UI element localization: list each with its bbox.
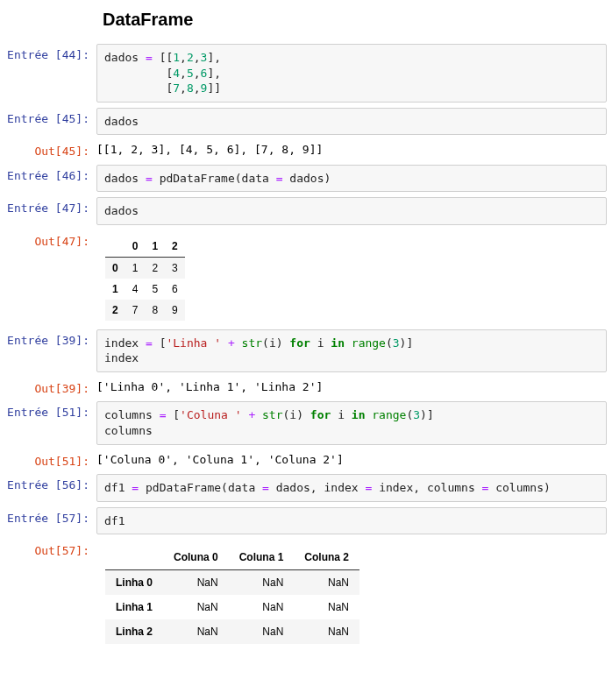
code-text: dados — [104, 114, 599, 130]
table-row: 1 4 5 6 — [105, 279, 185, 300]
cell-out-51: Out[51]: ['Coluna 0', 'Coluna 1', 'Colun… — [0, 450, 612, 470]
code-text: dados = pdDataFrame(data = dados) — [104, 171, 599, 187]
table-row: 0 1 2 3 — [105, 257, 185, 279]
col-header: 1 — [145, 236, 165, 258]
cell-in-56: Entrée [56]: df1 = pdDataFrame(data = da… — [0, 474, 612, 502]
code-text: dados = [[1,2,3], [4,5,6], [7,8,9]] — [104, 50, 599, 96]
table-row: 2 7 8 9 — [105, 300, 185, 321]
prompt-in: Entrée [47]: — [0, 197, 96, 215]
col-header: Coluna 2 — [294, 545, 359, 570]
dataframe-table-big: Coluna 0 Coluna 1 Coluna 2 Linha 0 NaN N… — [105, 545, 359, 644]
prompt-out: Out[39]: — [0, 378, 96, 395]
cell-out-39: Out[39]: ['Linha 0', 'Linha 1', 'Linha 2… — [0, 378, 612, 397]
output-text: ['Linha 0', 'Linha 1', 'Linha 2'] — [96, 378, 607, 397]
prompt-in: Entrée [46]: — [0, 165, 96, 182]
cell-out-47: Out[47]: 0 1 2 0 1 2 3 — [0, 230, 612, 324]
notebook: DataFrame Entrée [44]: dados = [[1,2,3],… — [0, 10, 612, 647]
prompt-in: Entrée [51]: — [0, 401, 96, 419]
prompt-in: Entrée [57]: — [0, 507, 96, 525]
prompt-out: Out[45]: — [0, 140, 96, 158]
cell-in-46: Entrée [46]: dados = pdDataFrame(data = … — [0, 165, 612, 193]
cell-in-39: Entrée [39]: index = ['Linha ' + str(i) … — [0, 329, 612, 372]
code-input[interactable]: dados = pdDataFrame(data = dados) — [96, 165, 607, 193]
row-header: 2 — [105, 300, 125, 321]
table-row: Linha 0 NaN NaN NaN — [105, 570, 359, 596]
code-input[interactable]: columns = ['Coluna ' + str(i) for i in r… — [96, 401, 607, 444]
cell-in-47: Entrée [47]: dados — [0, 197, 612, 225]
row-header: 0 — [105, 257, 125, 279]
prompt-in: Entrée [44]: — [0, 44, 96, 61]
col-header: Coluna 0 — [163, 545, 229, 570]
code-input[interactable]: index = ['Linha ' + str(i) for i in rang… — [96, 329, 607, 372]
prompt-out: Out[51]: — [0, 450, 96, 468]
code-text: columns = ['Coluna ' + str(i) for i in r… — [104, 407, 599, 438]
cell-out-57: Out[57]: Coluna 0 Coluna 1 Coluna 2 Linh… — [0, 540, 612, 647]
row-header: Linha 1 — [105, 595, 163, 619]
prompt-in: Entrée [45]: — [0, 108, 96, 125]
code-input[interactable]: dados — [96, 197, 607, 225]
code-input[interactable]: df1 — [96, 507, 607, 535]
code-input[interactable]: dados = [[1,2,3], [4,5,6], [7,8,9]] — [96, 44, 607, 103]
prompt-in: Entrée [56]: — [0, 474, 96, 491]
cell-in-57: Entrée [57]: df1 — [0, 507, 612, 535]
prompt-out: Out[47]: — [0, 230, 96, 248]
dataframe-table-small: 0 1 2 0 1 2 3 1 4 5 — [105, 236, 185, 321]
table-row: Linha 2 NaN NaN NaN — [105, 619, 359, 644]
cell-in-51: Entrée [51]: columns = ['Coluna ' + str(… — [0, 401, 612, 444]
code-text: dados — [104, 203, 599, 219]
code-text: df1 = pdDataFrame(data = dados, index = … — [104, 480, 599, 496]
code-text: df1 — [104, 513, 599, 529]
prompt-out: Out[57]: — [0, 540, 96, 557]
prompt-in: Entrée [39]: — [0, 329, 96, 347]
output-text: [[1, 2, 3], [4, 5, 6], [7, 8, 9]] — [96, 140, 607, 159]
col-header: 2 — [165, 236, 185, 258]
section-title: DataFrame — [103, 10, 612, 30]
table-row: Linha 1 NaN NaN NaN — [105, 595, 359, 619]
col-header: Coluna 1 — [229, 545, 295, 570]
code-text: index = ['Linha ' + str(i) for i in rang… — [104, 336, 599, 366]
row-header: 1 — [105, 279, 125, 300]
cell-in-45: Entrée [45]: dados — [0, 108, 612, 136]
output-text: ['Coluna 0', 'Coluna 1', 'Coluna 2'] — [96, 450, 607, 470]
col-header: 0 — [125, 236, 146, 258]
row-header: Linha 2 — [105, 619, 163, 644]
cell-in-44: Entrée [44]: dados = [[1,2,3], [4,5,6], … — [0, 44, 612, 103]
row-header: Linha 0 — [105, 570, 163, 596]
code-input[interactable]: df1 = pdDataFrame(data = dados, index = … — [96, 474, 607, 502]
code-input[interactable]: dados — [96, 108, 607, 136]
cell-out-45: Out[45]: [[1, 2, 3], [4, 5, 6], [7, 8, 9… — [0, 140, 612, 159]
